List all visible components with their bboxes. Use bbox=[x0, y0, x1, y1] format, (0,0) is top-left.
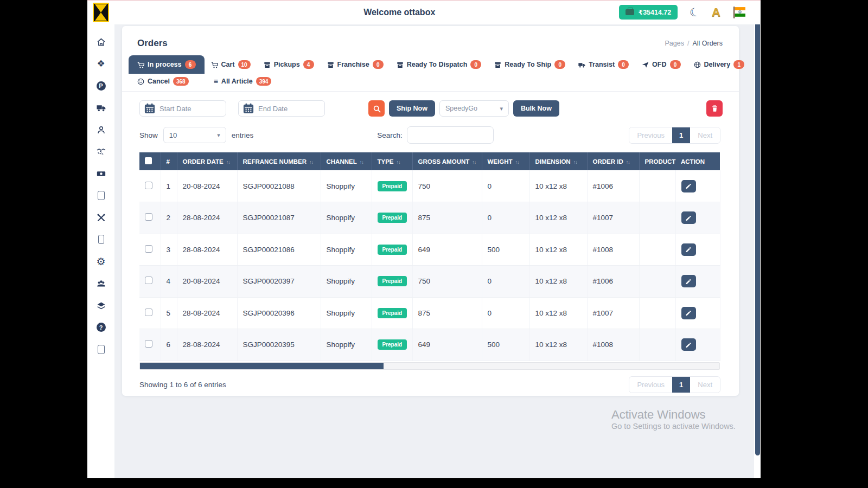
tab-count-badge: 0 bbox=[470, 60, 481, 69]
edit-order-button[interactable] bbox=[681, 338, 696, 351]
avatar[interactable]: A bbox=[712, 5, 720, 20]
col-order-date[interactable]: ORDER DATE↑↓ bbox=[177, 152, 237, 170]
row-checkbox[interactable] bbox=[145, 182, 152, 189]
end-date-field[interactable] bbox=[238, 100, 325, 117]
tab-delivery[interactable]: Delivery1 bbox=[687, 56, 751, 73]
tab-transist[interactable]: Transist0 bbox=[572, 56, 635, 73]
row-checkbox[interactable] bbox=[145, 213, 152, 221]
start-date-input[interactable] bbox=[159, 105, 214, 113]
edit-order-button[interactable] bbox=[681, 307, 696, 319]
col-weight[interactable]: WEIGHT↑↓ bbox=[482, 152, 529, 170]
tab-count-badge: 394 bbox=[256, 77, 272, 86]
col-order-id[interactable]: ORDER ID↑↓ bbox=[587, 152, 639, 170]
tab-in-process[interactable]: In process6 bbox=[129, 55, 205, 74]
edit-order-button[interactable] bbox=[681, 180, 696, 192]
horizontal-scrollbar-thumb[interactable] bbox=[140, 363, 384, 369]
next-button[interactable]: Next bbox=[690, 127, 720, 143]
prepaid-badge: Prepaid bbox=[378, 276, 407, 286]
row-checkbox[interactable] bbox=[145, 309, 152, 316]
tab-ready-to-dispatch[interactable]: Ready To Dispatch0 bbox=[390, 56, 488, 73]
edit-order-button[interactable] bbox=[681, 211, 696, 224]
tab-cancel[interactable]: Cancel368 bbox=[137, 75, 189, 88]
sort-icon: ↑↓ bbox=[309, 159, 313, 165]
sort-icon: ↑↓ bbox=[397, 159, 400, 165]
cell-product bbox=[639, 297, 675, 329]
wallet-balance-badge[interactable]: ₹35414.72 bbox=[619, 5, 678, 20]
prepaid-badge: Prepaid bbox=[378, 308, 407, 318]
users-icon bbox=[97, 279, 106, 288]
col-product[interactable]: PRODUCT bbox=[639, 152, 675, 170]
vertical-scrollbar-thumb[interactable] bbox=[755, 0, 760, 455]
start-date-field[interactable] bbox=[139, 100, 226, 117]
sidebar-item-device[interactable] bbox=[87, 185, 114, 207]
tab-ofd[interactable]: OFD0 bbox=[635, 56, 687, 73]
row-checkbox[interactable] bbox=[145, 245, 152, 253]
tab-pickups[interactable]: Pickups4 bbox=[257, 56, 321, 73]
sidebar-item-tools[interactable] bbox=[87, 207, 114, 229]
col-gross-amount[interactable]: GROSS AMOUNT↑↓ bbox=[412, 152, 482, 170]
wallet-icon bbox=[626, 9, 634, 15]
col-action[interactable]: ACTION bbox=[675, 152, 720, 170]
list-icon: ≡ bbox=[214, 78, 218, 85]
table-row: 1 20-08-2024 SGJP00021088 Shoppify Prepa… bbox=[139, 170, 720, 202]
courier-select[interactable]: SpeedyGo ▾ bbox=[439, 100, 509, 117]
globe-icon bbox=[694, 61, 701, 68]
sidebar-item-home[interactable] bbox=[87, 31, 114, 53]
sidebar-item-layers[interactable] bbox=[87, 294, 114, 317]
table-row: 2 28-08-2024 SGJP00021087 Shoppify Prepa… bbox=[139, 202, 720, 234]
edit-order-button[interactable] bbox=[681, 243, 696, 256]
sidebar-item-customers[interactable] bbox=[87, 119, 114, 141]
next-button[interactable]: Next bbox=[690, 377, 720, 393]
select-all-checkbox[interactable] bbox=[145, 157, 152, 164]
end-date-input[interactable] bbox=[258, 105, 312, 113]
delete-button[interactable] bbox=[706, 100, 723, 117]
wallet-amount: ₹35414.72 bbox=[638, 8, 671, 16]
sidebar-item-deals[interactable] bbox=[87, 141, 114, 163]
india-flag-icon[interactable] bbox=[732, 6, 746, 19]
col-num[interactable]: # bbox=[161, 152, 177, 170]
cell-gross: 750 bbox=[412, 266, 482, 298]
edit-order-button[interactable] bbox=[681, 275, 696, 287]
sidebar-item-settings[interactable]: ⚙ bbox=[87, 251, 114, 273]
previous-button[interactable]: Previous bbox=[629, 127, 672, 143]
dark-mode-toggle-moon-icon[interactable]: ☾ bbox=[688, 5, 701, 19]
col-type[interactable]: TYPE↑↓ bbox=[372, 152, 412, 170]
previous-button[interactable]: Previous bbox=[629, 377, 672, 393]
sidebar-item-integrations[interactable]: ❖ bbox=[87, 53, 114, 75]
date-search-button[interactable] bbox=[368, 100, 385, 117]
col-refrance-number[interactable]: REFRANCE NUMBER↑↓ bbox=[237, 152, 321, 170]
cart-icon bbox=[137, 61, 144, 68]
brand-logo[interactable] bbox=[87, 3, 114, 22]
page-title: Orders bbox=[137, 38, 168, 49]
row-checkbox[interactable] bbox=[145, 340, 152, 348]
bulk-now-button[interactable]: Bulk Now bbox=[513, 100, 559, 117]
sidebar-item-docs[interactable] bbox=[87, 338, 114, 361]
cell-order-id: #1006 bbox=[587, 266, 639, 298]
edit-icon bbox=[685, 246, 692, 253]
tab-all-article[interactable]: ≡All Article394 bbox=[214, 75, 272, 88]
page-1-button[interactable]: 1 bbox=[672, 127, 690, 143]
tab-count-badge: 6 bbox=[185, 60, 196, 69]
sidebar-item-products[interactable]: P bbox=[87, 75, 114, 97]
col-dimension[interactable]: DIMENSION↑↓ bbox=[529, 152, 587, 170]
cell-dimension: 10 x12 x8 bbox=[529, 202, 587, 234]
sidebar-item-payments[interactable] bbox=[87, 163, 114, 185]
cell-ref: SGJP00021088 bbox=[237, 170, 321, 202]
ship-now-button[interactable]: Ship Now bbox=[389, 100, 435, 117]
horizontal-scrollbar[interactable] bbox=[139, 362, 720, 370]
col-channel[interactable]: CHANNEL↑↓ bbox=[321, 152, 372, 170]
page-1-button[interactable]: 1 bbox=[672, 377, 690, 393]
page-length-select[interactable]: 10 ▾ bbox=[163, 127, 226, 143]
breadcrumb-pages[interactable]: Pages bbox=[665, 40, 684, 47]
sidebar-item-help[interactable]: ? bbox=[87, 317, 114, 339]
sidebar-item-mobile[interactable] bbox=[87, 229, 114, 251]
tab-franchise[interactable]: Franchise0 bbox=[321, 56, 390, 73]
tab-ready-to-ship[interactable]: Ready To Ship0 bbox=[488, 56, 572, 73]
row-checkbox[interactable] bbox=[145, 277, 152, 284]
search-input[interactable] bbox=[407, 126, 494, 144]
vertical-scrollbar[interactable] bbox=[754, 0, 761, 478]
sidebar-item-shipping[interactable] bbox=[87, 97, 114, 119]
tab-cart[interactable]: Cart10 bbox=[205, 56, 257, 73]
cell-channel: Shoppify bbox=[321, 329, 372, 361]
sidebar-item-users[interactable] bbox=[87, 273, 114, 295]
